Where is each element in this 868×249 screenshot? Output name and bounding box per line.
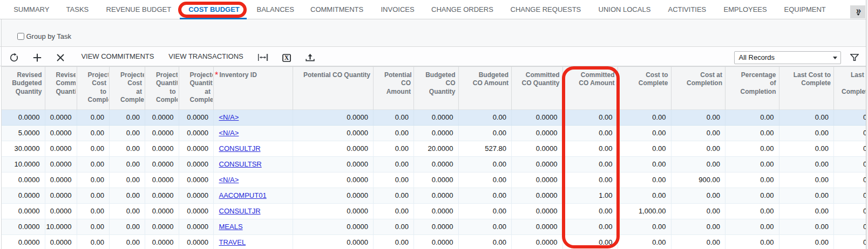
svg-text:X: X — [284, 54, 289, 61]
